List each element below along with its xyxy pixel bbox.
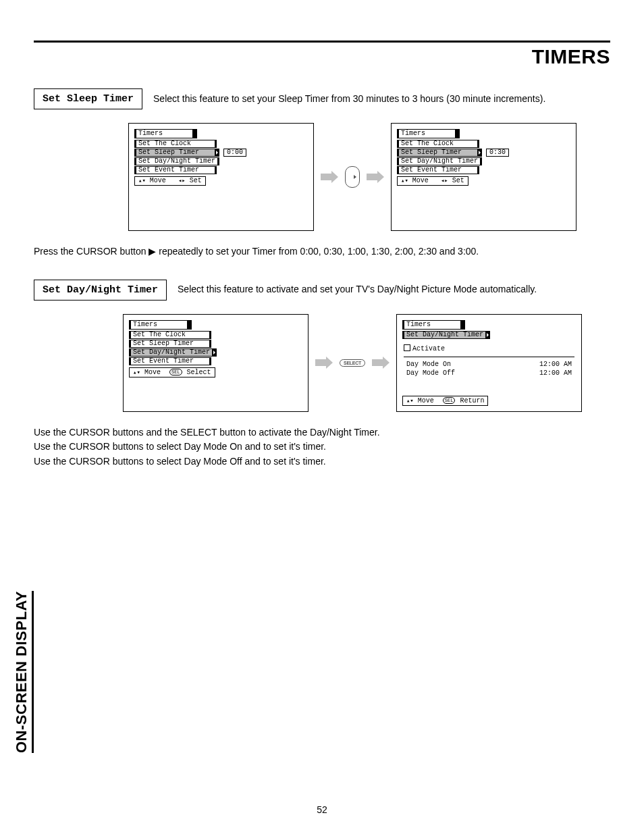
osd-daynight-menu: Timers Set The Clock Set Sleep Timer Set… <box>123 314 308 412</box>
menu-item-daynight: Set Day/Night Timer <box>399 157 480 165</box>
menu-item-clock: Set The Clock <box>131 331 209 339</box>
menu-item-sleep: Set Sleep Timer <box>399 149 477 157</box>
page-number: 52 <box>0 804 644 815</box>
hint-move-set: ▴▾ Move ◂▸ Set <box>134 176 206 186</box>
menu-item-event: Set Event Timer <box>131 357 209 365</box>
arrow-right-icon <box>372 357 390 369</box>
menu-item-clock: Set The Clock <box>399 140 477 148</box>
osd-sleep-after: Timers Set The Clock Set Sleep Timer 0:3… <box>391 123 576 231</box>
hint-move-select: ▴▾ Move SEL Select <box>129 367 215 377</box>
cursor-pad-icon <box>345 166 360 188</box>
svg-marker-3 <box>372 357 390 369</box>
menu-item-daynight: Set Day/Night Timer <box>131 348 212 357</box>
sleep-value: 0:00 <box>223 149 246 157</box>
svg-marker-2 <box>315 357 333 369</box>
day-mode-off-time: 12:00 AM <box>539 369 572 377</box>
hint-move-return: ▴▾ Move SEL Return <box>402 396 489 406</box>
day-mode-on-time: 12:00 AM <box>539 361 572 368</box>
day-mode-on-label: Day Mode On <box>406 361 451 368</box>
menu-title: Timers <box>399 129 455 138</box>
section-desc-sleep: Select this feature to set your Sleep Ti… <box>153 93 545 106</box>
section-desc-daynight: Select this feature to activate and set … <box>178 283 537 296</box>
daynight-instructions: Use the CURSOR buttons and the SELECT bu… <box>34 425 610 469</box>
submenu-title-daynight: Set Day/Night Timer <box>404 331 485 339</box>
osd-sleep-before: Timers Set The Clock Set Sleep Timer 0:0… <box>128 123 314 231</box>
chevron-right-icon <box>485 331 490 339</box>
select-button-icon: SELECT <box>340 359 365 367</box>
side-tab-label: ON-SCREEN DISPLAY <box>13 591 34 753</box>
remote-select-button: SELECT <box>340 359 365 367</box>
osd-daynight-submenu: Timers Set Day/Night Timer Activate Day … <box>396 314 582 412</box>
arrow-right-icon <box>321 171 338 183</box>
chevron-right-icon <box>477 149 482 157</box>
section-label-sleep: Set Sleep Timer <box>34 88 142 109</box>
page-title: TIMERS <box>34 45 610 68</box>
sleep-value: 0:30 <box>486 149 509 157</box>
menu-title: Timers <box>404 320 460 330</box>
remote-cursor-button <box>345 166 360 188</box>
chevron-right-icon <box>212 348 217 357</box>
chevron-right-icon <box>215 149 219 157</box>
day-mode-off-label: Day Mode Off <box>406 369 455 377</box>
checkbox-icon <box>404 344 410 351</box>
sleep-timer-screens: Timers Set The Clock Set Sleep Timer 0:0… <box>95 123 610 231</box>
menu-item-event: Set Event Timer <box>136 166 215 174</box>
arrow-right-icon <box>315 357 333 369</box>
menu-title: Timers <box>136 129 192 138</box>
menu-item-clock: Set The Clock <box>136 140 215 148</box>
activate-row: Activate <box>404 344 576 353</box>
arrow-right-icon <box>367 171 384 183</box>
menu-item-sleep: Set Sleep Timer <box>131 340 209 348</box>
menu-title: Timers <box>131 320 187 330</box>
sleep-instructions: Press the CURSOR button ▶ repeatedly to … <box>34 244 610 259</box>
menu-item-sleep: Set Sleep Timer <box>136 149 215 157</box>
menu-item-event: Set Event Timer <box>399 166 477 174</box>
svg-marker-1 <box>367 171 384 183</box>
daynight-screens: Timers Set The Clock Set Sleep Timer Set… <box>95 314 610 412</box>
svg-marker-0 <box>321 171 338 183</box>
section-label-daynight: Set Day/Night Timer <box>34 280 167 301</box>
hint-move-set: ▴▾ Move ◂▸ Set <box>397 176 468 186</box>
menu-item-daynight: Set Day/Night Timer <box>136 157 217 165</box>
